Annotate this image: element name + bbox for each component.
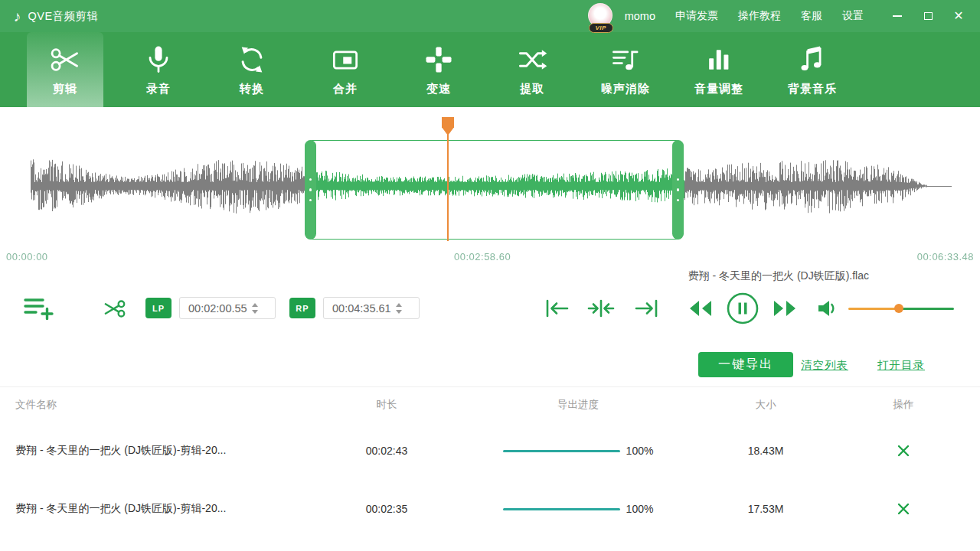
bars-icon — [702, 43, 736, 77]
vip-badge: VIP — [589, 23, 613, 33]
tab-convert[interactable]: 转换 — [214, 32, 290, 107]
progress-bar — [503, 508, 620, 510]
titlebar: ♪ QVE音频剪辑 VIP momo 申请发票 操作教程 客服 设置 ✕ — [0, 0, 980, 32]
maximize-button[interactable] — [922, 10, 934, 22]
delete-row-icon[interactable] — [897, 502, 910, 516]
merge-rect-icon — [328, 43, 362, 77]
progress-percent: 100% — [626, 445, 654, 457]
scissors-icon — [48, 43, 82, 77]
open-directory-link[interactable]: 打开目录 — [877, 358, 925, 373]
fast-forward-icon[interactable] — [772, 298, 798, 318]
progress-cell: 100% — [452, 445, 704, 457]
tab-extract[interactable]: 提取 — [494, 32, 570, 107]
tab-record[interactable]: 录音 — [120, 32, 197, 107]
seek-to-start-icon[interactable] — [544, 298, 571, 318]
username[interactable]: momo — [625, 10, 655, 22]
header-duration: 时长 — [322, 398, 452, 412]
export-actions-row: 一键导出 清空列表 打开目录 — [0, 329, 980, 386]
table-row: 费翔 - 冬天里的一把火 (DJ铁匠版)-剪辑-20... 00:02:43 1… — [0, 422, 980, 480]
tab-volume-adjust[interactable]: 音量调整 — [681, 32, 757, 107]
delete-row-icon[interactable] — [897, 444, 910, 458]
music-notes-icon — [795, 43, 829, 77]
control-bar: LP RP — [0, 288, 980, 329]
progress-cell: 100% — [452, 503, 704, 515]
progress-bar — [503, 450, 620, 452]
waveform-panel: 00:00:00 00:02:58.60 00:06:33.48 — [0, 107, 980, 269]
left-point-input[interactable] — [180, 302, 250, 315]
toolbar: 剪辑 录音 转换 合并 变速 提 — [0, 32, 980, 107]
lp-spinner[interactable] — [252, 303, 258, 314]
add-to-list-icon[interactable] — [23, 297, 54, 320]
shuffle-icon — [515, 43, 549, 77]
volume-speaker-icon[interactable] — [816, 298, 839, 319]
volume-slider[interactable] — [848, 307, 954, 310]
header-size: 大小 — [704, 398, 827, 412]
rp-spinner[interactable] — [396, 303, 402, 314]
tab-speed[interactable]: 变速 — [400, 32, 477, 107]
menu-invoice[interactable]: 申请发票 — [675, 9, 718, 23]
rewind-icon[interactable] — [688, 298, 714, 318]
size-cell: 18.43M — [704, 445, 827, 457]
left-point-input-box — [179, 297, 276, 319]
export-button[interactable]: 一键导出 — [698, 352, 793, 377]
time-end-label: 00:06:33.48 — [917, 251, 974, 262]
progress-percent: 100% — [626, 503, 654, 515]
menu-tutorial[interactable]: 操作教程 — [738, 9, 781, 23]
volume-slider-rest — [902, 308, 954, 310]
file-name-cell: 费翔 - 冬天里的一把火 (DJ铁匠版)-剪辑-20... — [0, 502, 322, 516]
tab-denoise[interactable]: 噪声消除 — [587, 32, 664, 107]
left-point-button[interactable]: LP — [145, 298, 172, 318]
file-table: 文件名称 时长 导出进度 大小 操作 费翔 - 冬天里的一把火 (DJ铁匠版)-… — [0, 386, 980, 538]
current-file-name: 费翔 - 冬天里的一把火 (DJ铁匠版).flac — [0, 269, 980, 288]
app-logo-music-note-icon: ♪ — [14, 9, 21, 24]
menu-settings[interactable]: 设置 — [842, 9, 864, 23]
time-start-label: 00:00:00 — [6, 251, 48, 262]
time-cursor-label: 00:02:58.60 — [454, 251, 511, 262]
speed-dpad-icon — [422, 43, 456, 77]
playhead-line — [447, 134, 449, 241]
selection-right-handle[interactable] — [672, 140, 684, 240]
volume-slider-knob[interactable] — [894, 304, 903, 313]
right-point-button[interactable]: RP — [289, 298, 315, 318]
selection-region[interactable] — [305, 140, 684, 240]
cut-scissors-icon[interactable] — [102, 296, 127, 321]
tab-cut[interactable]: 剪辑 — [27, 32, 103, 107]
size-cell: 17.53M — [704, 503, 827, 515]
seek-to-selection-icon[interactable] — [587, 298, 615, 318]
file-name-cell: 费翔 - 冬天里的一把火 (DJ铁匠版)-剪辑-20... — [0, 444, 322, 458]
right-point-input-box — [323, 297, 420, 319]
clear-list-link[interactable]: 清空列表 — [801, 358, 848, 373]
header-progress: 导出进度 — [452, 398, 704, 412]
user-avatar[interactable]: VIP — [588, 3, 614, 29]
pause-button[interactable] — [726, 292, 760, 325]
tab-background-music[interactable]: 背景音乐 — [774, 32, 851, 107]
microphone-icon — [142, 43, 175, 77]
duration-cell: 00:02:43 — [322, 445, 452, 457]
duration-cell: 00:02:35 — [322, 503, 452, 515]
playlist-note-icon — [609, 43, 642, 77]
tab-merge[interactable]: 合并 — [307, 32, 384, 107]
refresh-cycle-icon — [235, 43, 269, 77]
menu-support[interactable]: 客服 — [801, 9, 822, 23]
close-button[interactable]: ✕ — [952, 10, 965, 22]
header-operation: 操作 — [827, 398, 980, 412]
right-point-input[interactable] — [324, 302, 394, 315]
header-filename: 文件名称 — [0, 398, 322, 412]
table-header-row: 文件名称 时长 导出进度 大小 操作 — [0, 387, 980, 422]
selection-left-handle[interactable] — [305, 140, 316, 240]
seek-to-end-icon[interactable] — [632, 298, 660, 318]
volume-slider-fill — [848, 308, 899, 310]
app-title: QVE音频剪辑 — [28, 9, 99, 24]
table-row: 费翔 - 冬天里的一把火 (DJ铁匠版)-剪辑-20... 00:02:35 1… — [0, 480, 980, 538]
minimize-button[interactable] — [891, 10, 903, 22]
